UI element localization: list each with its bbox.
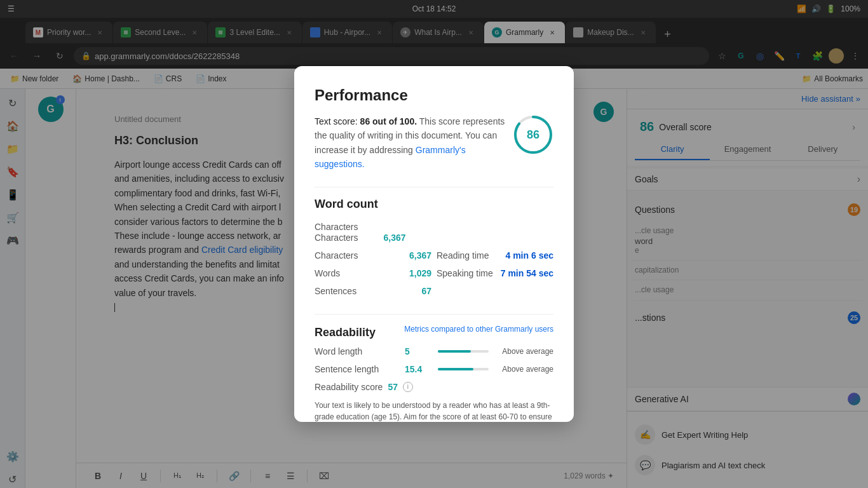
- separator-2: [315, 314, 553, 315]
- score-text-prefix: Text score:: [315, 116, 360, 126]
- stats-table: Characters 6,367 Words 1,029 Sentences 6…: [315, 250, 553, 304]
- word-length-value: 5: [405, 346, 430, 356]
- characters-value: 6,367: [383, 233, 405, 243]
- sentence-length-label: Sentence length: [315, 364, 397, 374]
- readability-title: Readability: [315, 326, 376, 339]
- readability-section: Readability Metrics compared to other Gr…: [315, 325, 553, 422]
- speaking-value: 7 min 54 sec: [501, 268, 553, 278]
- sentence-length-value: 15.4: [405, 364, 430, 374]
- stat-item-characters: Characters 6,367 Words 1,029 Sentences 6…: [315, 250, 431, 304]
- word-length-label: Word length: [315, 346, 397, 356]
- sentence-length-item: Sentence length 15.4 Above average: [315, 364, 553, 374]
- sentence-length-bar-fill: [438, 368, 473, 370]
- speaking-label: Speaking time: [437, 268, 493, 278]
- readability-score-label: Readability score: [315, 382, 383, 392]
- word-length-bar-fill: [438, 350, 471, 353]
- word-count-section-title: Word count: [315, 198, 553, 211]
- stats-row-1: Characters Characters 6,367: [315, 221, 553, 243]
- note-link-2[interactable]: 60-70: [499, 412, 519, 421]
- stat-item-time: Reading time 4 min 6 sec Speaking time 7…: [437, 250, 553, 304]
- note-text-1: Your text is likely to be understood by …: [315, 401, 537, 410]
- sentence-length-avg: Above average: [496, 365, 553, 374]
- characters-label-2: Characters: [315, 233, 358, 243]
- separator-1: [315, 187, 553, 187]
- sentences-value: 67: [421, 286, 431, 296]
- words-label: Words: [315, 268, 340, 278]
- word-length-item: Word length 5 Above average: [315, 346, 553, 356]
- score-text-num: 86 out of 100.: [360, 116, 417, 126]
- reading-label: Reading time: [437, 250, 489, 261]
- readability-score-value: 57: [388, 382, 398, 392]
- readability-note: Your text is likely to be understood by …: [315, 400, 553, 422]
- readability-info-icon[interactable]: i: [403, 382, 413, 392]
- word-length-avg: Above average: [496, 347, 553, 356]
- modal-overlay[interactable]: Performance Text score: 86 out of 100. T…: [0, 0, 868, 488]
- reading-value: 4 min 6 sec: [506, 250, 554, 261]
- stat-characters: Characters Characters 6,367: [315, 221, 406, 243]
- note-text-2: . Aim for the score of at least: [400, 412, 498, 421]
- words-value: 1,029: [409, 268, 431, 278]
- modal-score-row: Text score: 86 out of 100. This score re…: [315, 114, 553, 172]
- char-value: 6,367: [409, 250, 431, 261]
- readability-subtitle[interactable]: Metrics compared to other Grammarly user…: [404, 325, 553, 334]
- score-circle: 86: [513, 114, 553, 155]
- sentences-label: Sentences: [315, 286, 356, 296]
- word-length-bar-bg: [438, 350, 489, 353]
- stats-grid: Characters Characters 6,367: [315, 221, 553, 243]
- char-label: Characters: [315, 250, 358, 261]
- modal-title: Performance: [315, 86, 553, 104]
- score-circle-number: 86: [527, 128, 539, 142]
- characters-label: Characters: [315, 222, 358, 232]
- performance-modal: Performance Text score: 86 out of 100. T…: [294, 66, 574, 422]
- sentence-length-bar-bg: [438, 368, 489, 370]
- readability-score-row: Readability score 57 i: [315, 382, 553, 392]
- modal-score-description: Text score: 86 out of 100. This score re…: [315, 114, 513, 172]
